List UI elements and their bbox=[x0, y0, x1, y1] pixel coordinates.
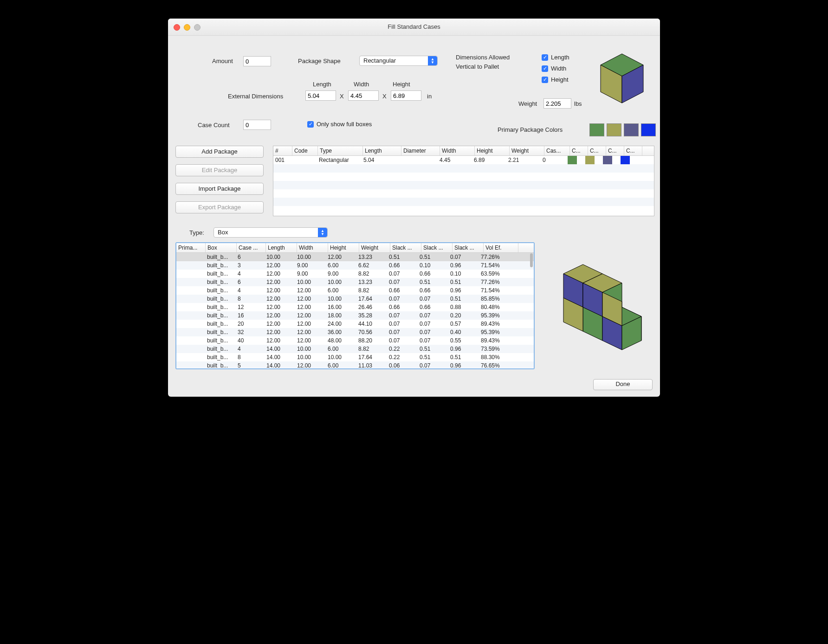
table-header[interactable]: C... bbox=[624, 146, 642, 155]
pkg-shape-value: Rectangular bbox=[363, 57, 396, 64]
table-header[interactable]: # bbox=[273, 146, 292, 155]
table-row[interactable]: built_b...514.0012.006.0011.030.060.070.… bbox=[176, 361, 534, 368]
table-row[interactable]: built_b...3212.0012.0036.0070.560.070.07… bbox=[176, 328, 534, 336]
type-label: Type: bbox=[189, 229, 204, 236]
table-row[interactable]: built_b...610.0010.0012.0013.230.510.510… bbox=[176, 253, 534, 261]
table-header[interactable]: C... bbox=[570, 146, 588, 155]
table-header[interactable]: Width bbox=[297, 243, 328, 252]
table-row[interactable]: built_b...2012.0012.0024.0044.100.070.07… bbox=[176, 320, 534, 328]
export-package-button[interactable]: Export Package bbox=[175, 201, 264, 213]
color-swatch-3[interactable] bbox=[624, 123, 639, 136]
table-header[interactable]: Box bbox=[206, 243, 237, 252]
only-full-checkbox[interactable]: ✓Only show full boxes bbox=[307, 121, 372, 128]
type-value: Box bbox=[218, 229, 228, 236]
color-swatch-2[interactable] bbox=[607, 123, 621, 136]
weight-input[interactable] bbox=[543, 98, 571, 109]
table-header[interactable]: Vol Ef. bbox=[484, 243, 518, 252]
length-input[interactable] bbox=[305, 90, 336, 101]
table-header[interactable]: Slack ... bbox=[453, 243, 484, 252]
width-input[interactable] bbox=[348, 90, 379, 101]
table-header[interactable]: Height bbox=[475, 146, 510, 155]
table-row[interactable]: built_b...1212.0012.0016.0026.460.660.66… bbox=[176, 303, 534, 311]
table-header[interactable]: Cas... bbox=[544, 146, 570, 155]
table-header[interactable]: Type bbox=[318, 146, 363, 155]
case-count-label: Case Count bbox=[198, 122, 230, 129]
table-header[interactable]: C... bbox=[606, 146, 624, 155]
unit-label: in bbox=[427, 93, 432, 100]
table-row[interactable]: built_b...1612.0012.0018.0035.280.070.07… bbox=[176, 311, 534, 320]
weight-label: Weight bbox=[518, 100, 537, 107]
package-table[interactable]: #CodeTypeLengthDiameterWidthHeightWeight… bbox=[273, 146, 654, 216]
zoom-icon[interactable] bbox=[194, 24, 201, 31]
table-row[interactable]: 001Rectangular5.044.456.892.210 bbox=[273, 156, 654, 164]
table-row[interactable]: built_b...812.0012.0010.0017.640.070.070… bbox=[176, 295, 534, 303]
height-header: Height bbox=[393, 81, 410, 88]
amount-input[interactable] bbox=[243, 56, 271, 66]
table-header[interactable]: Prima... bbox=[176, 243, 206, 252]
amount-label: Amount bbox=[212, 58, 233, 64]
height-input[interactable] bbox=[391, 90, 421, 101]
chevron-updown-icon: ▲▼ bbox=[428, 56, 437, 65]
add-package-button[interactable]: Add Package bbox=[175, 146, 264, 158]
width-checkbox[interactable]: ✓Width bbox=[542, 65, 566, 72]
table-row[interactable]: built_b...612.0010.0010.0013.230.070.510… bbox=[176, 278, 534, 286]
close-icon[interactable] bbox=[174, 24, 180, 31]
table-header[interactable]: Weight bbox=[359, 243, 390, 252]
scrollbar[interactable] bbox=[530, 253, 533, 267]
case-preview-icon bbox=[553, 258, 655, 360]
case-count-input[interactable] bbox=[243, 120, 271, 130]
table-row[interactable]: built_b...412.0012.006.008.820.660.660.9… bbox=[176, 286, 534, 295]
table-header[interactable]: C... bbox=[588, 146, 606, 155]
box-table[interactable]: Prima...BoxCase ...LengthWidthHeightWeig… bbox=[176, 243, 534, 368]
table-header[interactable]: Length bbox=[266, 243, 297, 252]
table-header[interactable]: Case ... bbox=[237, 243, 266, 252]
table-header[interactable]: Width bbox=[440, 146, 475, 155]
colors-label: Primary Package Colors bbox=[498, 126, 563, 133]
height-checkbox[interactable]: ✓Height bbox=[542, 76, 569, 83]
length-checkbox[interactable]: ✓Length bbox=[542, 54, 569, 61]
x-sep-2: X bbox=[382, 93, 387, 100]
table-header[interactable]: Slack ... bbox=[390, 243, 421, 252]
minimize-icon[interactable] bbox=[184, 24, 190, 31]
window-title: Fill Standard Cases bbox=[388, 23, 440, 30]
edit-package-button[interactable]: Edit Package bbox=[175, 164, 264, 176]
width-header: Width bbox=[354, 81, 369, 88]
table-row[interactable]: built_b...412.009.009.008.820.070.660.10… bbox=[176, 270, 534, 278]
table-row[interactable]: built_b...4012.0012.0048.0088.200.070.07… bbox=[176, 336, 534, 345]
table-row[interactable]: built_b...312.009.006.006.620.660.100.96… bbox=[176, 261, 534, 270]
import-package-button[interactable]: Import Package bbox=[175, 183, 264, 195]
color-swatch-4[interactable] bbox=[641, 123, 656, 136]
table-header[interactable]: Length bbox=[363, 146, 401, 155]
ext-dims-label: External Dimensions bbox=[228, 93, 283, 100]
dims-allowed-label-1: Dimensions Allowed bbox=[456, 54, 510, 61]
weight-unit: lbs bbox=[574, 100, 582, 107]
package-preview-icon bbox=[595, 50, 649, 106]
pkg-shape-label: Package Shape bbox=[298, 58, 341, 64]
table-row[interactable]: built_b...814.0010.0010.0017.640.220.510… bbox=[176, 353, 534, 361]
fill-standard-cases-window: Fill Standard Cases Amount Package Shape… bbox=[168, 19, 660, 397]
table-header[interactable]: Slack ... bbox=[421, 243, 453, 252]
color-swatch-1[interactable] bbox=[589, 123, 604, 136]
table-header[interactable]: Diameter bbox=[401, 146, 440, 155]
table-header[interactable]: Weight bbox=[510, 146, 544, 155]
x-sep-1: X bbox=[340, 93, 344, 100]
length-header: Length bbox=[313, 81, 331, 88]
table-header[interactable]: Code bbox=[292, 146, 318, 155]
table-header[interactable]: Height bbox=[328, 243, 359, 252]
done-button[interactable]: Done bbox=[593, 379, 653, 390]
pkg-shape-select[interactable]: Rectangular ▲▼ bbox=[359, 56, 438, 66]
chevron-updown-icon: ▲▼ bbox=[318, 228, 327, 237]
titlebar: Fill Standard Cases bbox=[168, 19, 660, 36]
dims-allowed-label-2: Vertical to Pallet bbox=[456, 63, 499, 70]
type-select[interactable]: Box ▲▼ bbox=[213, 227, 328, 238]
table-row[interactable]: built_b...414.0010.006.008.820.220.510.9… bbox=[176, 345, 534, 353]
